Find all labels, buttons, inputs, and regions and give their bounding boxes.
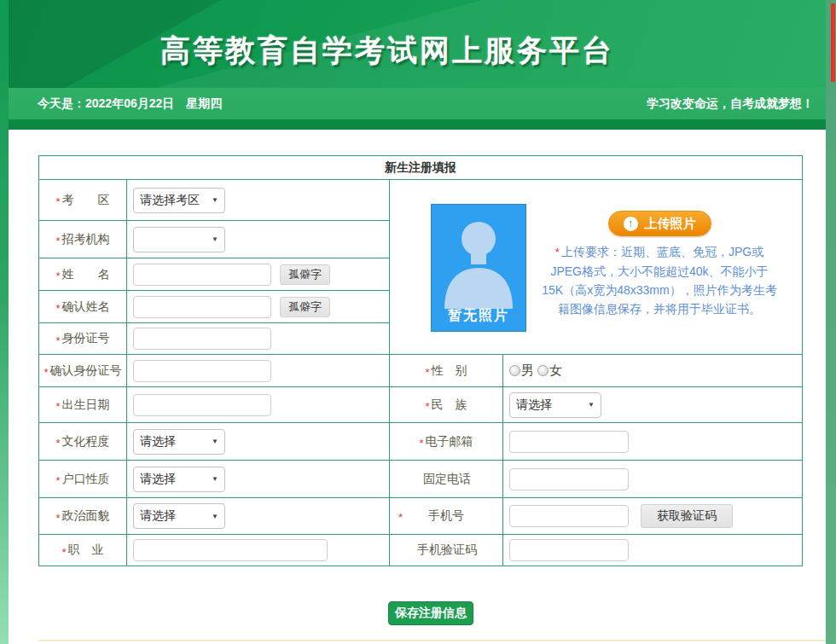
form-left-column: *考 区 请选择考区▼ *招考机构 ▼ *姓 名 孤僻字 [39,180,389,566]
table-row: *姓 名 孤僻字 [39,258,389,291]
field-label: 手机验证码 [390,535,503,566]
rare-char-button[interactable]: 孤僻字 [280,264,330,285]
landline-input[interactable] [509,468,629,490]
person-silhouette-icon [438,217,520,309]
table-row: *职 业 [39,535,389,566]
upload-requirements: *上传要求：近期、蓝底、免冠，JPG或JPEG格式，大小不能超过40k、不能小于… [542,242,777,318]
bottom-divider [38,640,826,641]
page: 高等教育自学考试网上服务平台 今天是：2022年06月22日 星期四 学习改变命… [0,0,836,644]
table-row: *户口性质 请选择▼ [39,461,389,498]
table-row: *政治面貌 请选择▼ [39,498,389,535]
email-input[interactable] [509,431,629,453]
field-cell [127,535,389,566]
required-asterisk: * [398,511,403,524]
today-date: 今天是：2022年06月22日 星期四 [38,96,222,112]
field-label: *手机号 [390,498,503,534]
field-label: 固定电话 [390,461,503,497]
chevron-down-icon: ▼ [588,401,595,409]
table-row: *性 别 男 女 [390,355,802,387]
field-cell: ▼ [127,221,389,258]
birth-date-input[interactable] [133,394,271,416]
required-asterisk: * [55,195,60,208]
field-label: *身份证号 [39,323,127,354]
field-label: *确认姓名 [39,291,127,322]
field-cell: 请选择▼ [127,498,389,534]
id-number-input[interactable] [133,328,271,350]
required-asterisk: * [61,546,66,559]
field-label: *电子邮箱 [390,423,503,460]
form-right-column: 暂无照片 ↑ 上传照片 *上传要求：近期、蓝底、免冠，JPG或JPEG格式，大小… [389,180,802,566]
photo-section: 暂无照片 ↑ 上传照片 *上传要求：近期、蓝底、免冠，JPG或JPEG格式，大小… [390,180,802,355]
ethnicity-select[interactable]: 请选择▼ [509,392,601,418]
required-asterisk: * [419,437,423,450]
field-cell: 请选择考区▼ [127,180,389,220]
field-label: *姓 名 [39,258,127,290]
field-cell: 请选择▼ [127,423,389,460]
chevron-down-icon: ▼ [212,235,218,243]
name-input[interactable] [133,264,271,286]
admission-org-select[interactable]: ▼ [133,227,225,252]
photo-upload-area: ↑ 上传照片 *上传要求：近期、蓝底、免冠，JPG或JPEG格式，大小不能超过4… [542,211,777,354]
sms-code-input[interactable] [509,539,629,561]
education-level-select[interactable]: 请选择▼ [133,429,225,455]
registration-form: 新生注册填报 *考 区 请选择考区▼ *招考机构 ▼ *姓 名 [38,155,803,566]
scrollbar-track[interactable] [826,0,836,644]
chevron-down-icon: ▼ [212,438,218,445]
required-asterisk: * [55,235,60,247]
upload-icon: ↑ [624,217,638,231]
chevron-down-icon: ▼ [212,475,218,483]
required-asterisk: * [425,366,429,379]
gender-radio-male[interactable] [509,365,520,376]
required-asterisk: * [55,437,60,450]
exam-area-select[interactable]: 请选择考区▼ [133,188,225,213]
gender-option-label: 男 [521,363,534,379]
field-cell: 获取验证码 [503,498,802,534]
table-row: *身份证号 [39,323,389,355]
table-row: *确认姓名 孤僻字 [39,291,389,323]
get-sms-code-button[interactable]: 获取验证码 [641,504,733,528]
field-cell [503,461,802,497]
political-status-select[interactable]: 请选择▼ [133,503,225,529]
field-label: *户口性质 [39,461,127,497]
photo-placeholder-label: 暂无照片 [432,307,525,325]
required-asterisk: * [55,474,60,487]
required-asterisk: * [55,334,60,347]
field-label: *考 区 [39,180,127,220]
field-label: *政治面貌 [39,498,127,534]
table-row: *手机号 获取验证码 [390,498,802,535]
household-type-select[interactable]: 请选择▼ [133,467,225,492]
required-asterisk: * [425,400,429,413]
header-divider [9,119,826,130]
chevron-down-icon: ▼ [212,513,218,520]
save-registration-button[interactable]: 保存注册信息 [388,601,473,625]
page-title: 高等教育自学考试网上服务平台 [9,31,766,71]
date-bar: 今天是：2022年06月22日 星期四 学习改变命运，自考成就梦想！ [9,88,826,119]
slogan-text: 学习改变命运，自考成就梦想！ [647,96,814,112]
field-label: *民 族 [390,387,503,422]
rare-char-button[interactable]: 孤僻字 [280,297,330,317]
confirm-id-number-input[interactable] [133,360,271,382]
occupation-input[interactable] [133,539,328,561]
mobile-input[interactable] [509,505,629,527]
field-label: *出生日期 [39,387,127,422]
field-cell [127,323,389,354]
required-asterisk: * [44,366,48,379]
left-edge-strip [0,0,9,644]
confirm-name-input[interactable] [133,296,271,318]
scrollbar-thumb[interactable] [831,3,835,82]
required-asterisk: * [55,512,60,525]
field-cell [503,423,802,460]
table-row: *确认身份证号 [39,355,389,387]
table-row: *民 族 请选择▼ [390,387,802,423]
gender-radio-female[interactable] [537,365,549,376]
table-row: *招考机构 ▼ [39,221,389,258]
field-cell [127,355,389,386]
field-label: *招考机构 [39,221,127,258]
table-row: *考 区 请选择考区▼ [39,180,389,221]
upload-photo-button[interactable]: ↑ 上传照片 [608,211,711,236]
field-cell: 孤僻字 [127,291,389,322]
field-label: *性 别 [390,355,503,386]
field-cell: 请选择▼ [503,387,802,422]
site-header: 高等教育自学考试网上服务平台 [9,0,826,88]
required-asterisk: * [555,246,560,258]
